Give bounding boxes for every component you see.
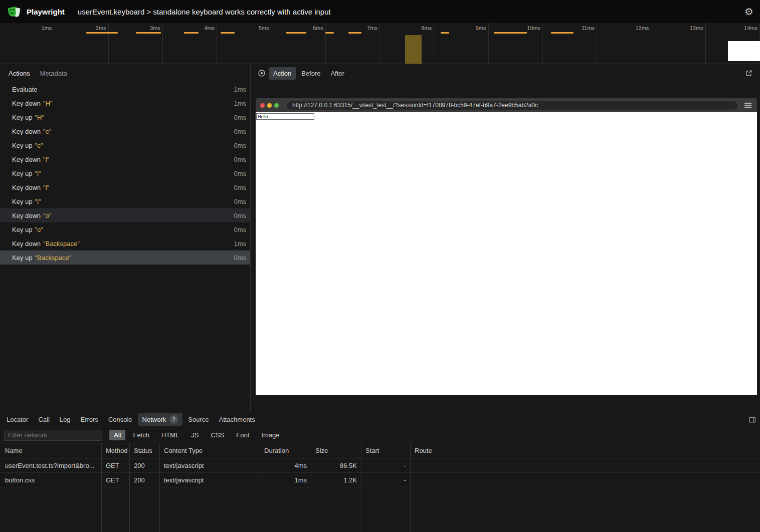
window-minimize-dot[interactable] xyxy=(267,103,272,108)
column-header-status[interactable]: Status xyxy=(129,443,159,458)
timeline-action-bar[interactable] xyxy=(136,32,161,34)
timeline-action-bar[interactable] xyxy=(286,32,306,34)
action-key-value: "l" xyxy=(35,198,41,205)
open-external-icon[interactable] xyxy=(743,67,755,79)
filter-font[interactable]: Font xyxy=(232,430,254,440)
action-key-value: "e" xyxy=(43,128,51,135)
tab-before[interactable]: Before xyxy=(297,67,325,80)
hamburger-menu-icon[interactable] xyxy=(744,105,751,106)
action-row[interactable]: Key up"Backspace" 0ms xyxy=(0,250,250,264)
action-duration: 0ms xyxy=(234,254,246,261)
timeline[interactable]: 1ms 2ms 3ms 4ms 5ms 6ms 7ms 8ms 9ms 10ms… xyxy=(0,23,760,64)
tab-network[interactable]: Network2 xyxy=(138,413,183,426)
network-row-method[interactable]: GET xyxy=(101,458,129,473)
network-row-content-type[interactable]: text/javascript xyxy=(159,458,260,473)
network-row-start[interactable]: - xyxy=(361,473,410,487)
action-row[interactable]: Key down"o" 0ms xyxy=(0,208,250,222)
column-header-content-type[interactable]: Content Type xyxy=(159,443,260,458)
action-duration: 1ms xyxy=(234,86,246,93)
timeline-cell: 13ms xyxy=(651,23,705,64)
action-title: Key up"o" xyxy=(12,226,234,233)
timeline-action-bar[interactable] xyxy=(348,32,361,34)
network-row-name[interactable]: userEvent.test.ts?import&bro... xyxy=(0,458,101,473)
action-title: Key down"e" xyxy=(12,128,234,135)
network-row-status[interactable]: 200 xyxy=(129,473,159,487)
settings-gear-icon[interactable]: ⚙ xyxy=(744,7,753,17)
action-row[interactable]: Key up"H" 0ms xyxy=(0,110,250,124)
timeline-selected-range[interactable] xyxy=(405,35,422,64)
network-row-start[interactable]: - xyxy=(361,458,410,473)
network-row-size[interactable]: 1.2K xyxy=(311,473,361,487)
timeline-cell: 12ms xyxy=(597,23,651,64)
network-row-route[interactable] xyxy=(410,473,760,487)
timeline-action-bar[interactable] xyxy=(86,32,118,34)
action-title: Key down"l" xyxy=(12,156,234,163)
action-row[interactable]: Key down"l" 0ms xyxy=(0,180,250,194)
filter-fetch[interactable]: Fetch xyxy=(128,430,154,440)
timeline-action-bar[interactable] xyxy=(441,32,449,34)
timeline-action-bar[interactable] xyxy=(221,32,235,34)
timeline-action-bar[interactable] xyxy=(551,32,574,34)
network-row-duration[interactable]: 4ms xyxy=(260,458,311,473)
network-row-name[interactable]: button.css xyxy=(0,473,101,487)
column-header-method[interactable]: Method xyxy=(101,443,129,458)
column-header-start[interactable]: Start xyxy=(361,443,410,458)
tab-source[interactable]: Source xyxy=(183,414,213,425)
action-row[interactable]: Key down"H" 1ms xyxy=(0,96,250,110)
toggle-panel-layout-icon[interactable] xyxy=(746,414,758,426)
timeline-action-bar[interactable] xyxy=(184,32,199,34)
browser-snapshot: http://127.0.0.1:63315/__vitest_test__/?… xyxy=(256,98,757,395)
action-row[interactable]: Key up"l" 0ms xyxy=(0,194,250,208)
action-row[interactable]: Key up"o" 0ms xyxy=(0,222,250,236)
network-row-status[interactable]: 200 xyxy=(129,458,159,473)
network-filter-input[interactable] xyxy=(4,430,102,441)
action-row[interactable]: Key down"l" 0ms xyxy=(0,152,250,166)
tab-call[interactable]: Call xyxy=(34,414,54,425)
network-row-route[interactable] xyxy=(410,458,760,473)
tab-log[interactable]: Log xyxy=(55,414,75,425)
timeline-tick-label: 1ms xyxy=(42,25,52,31)
network-row-method[interactable]: GET xyxy=(101,473,129,487)
filter-html[interactable]: HTML xyxy=(157,430,183,440)
tab-locator[interactable]: Locator xyxy=(2,414,33,425)
filter-all[interactable]: All xyxy=(109,430,125,440)
column-header-route[interactable]: Route xyxy=(410,443,760,458)
timeline-tick-label: 5ms xyxy=(259,25,269,31)
tab-errors[interactable]: Errors xyxy=(76,414,102,425)
network-row-content-type[interactable]: text/javascript xyxy=(159,473,260,487)
bottom-panel: Locator Call Log Errors Console Network2… xyxy=(0,412,760,532)
tab-metadata[interactable]: Metadata xyxy=(36,67,72,80)
table-filler xyxy=(311,487,361,532)
action-row[interactable]: Evaluate 1ms xyxy=(0,82,250,96)
action-row[interactable]: Key down"Backspace" 1ms xyxy=(0,236,250,250)
window-maximize-dot[interactable] xyxy=(274,103,279,108)
filter-js[interactable]: JS xyxy=(186,430,203,440)
filter-image[interactable]: Image xyxy=(257,430,284,440)
timeline-action-bar[interactable] xyxy=(325,32,334,34)
actions-panel-tabs: Actions Metadata xyxy=(0,64,250,82)
window-close-dot[interactable] xyxy=(260,103,265,108)
pick-locator-target-icon[interactable] xyxy=(256,67,268,79)
timeline-action-bar[interactable] xyxy=(494,32,527,34)
tab-actions[interactable]: Actions xyxy=(4,67,35,80)
network-row-size[interactable]: 86.5K xyxy=(311,458,361,473)
action-row[interactable]: Key down"e" 0ms xyxy=(0,124,250,138)
action-row[interactable]: Key up"l" 0ms xyxy=(0,166,250,180)
page-text-input[interactable] xyxy=(256,113,314,120)
action-key-value: "o" xyxy=(35,226,43,233)
tab-action[interactable]: Action xyxy=(269,67,296,80)
column-header-duration[interactable]: Duration xyxy=(260,443,311,458)
bottom-tabs: Locator Call Log Errors Console Network2… xyxy=(0,412,760,427)
action-row[interactable]: Key up"e" 0ms xyxy=(0,138,250,152)
filter-css[interactable]: CSS xyxy=(207,430,229,440)
column-header-size[interactable]: Size xyxy=(311,443,361,458)
table-filler xyxy=(159,487,260,532)
network-row-duration[interactable]: 1ms xyxy=(260,473,311,487)
tab-attachments[interactable]: Attachments xyxy=(214,414,259,425)
tab-console[interactable]: Console xyxy=(104,414,137,425)
column-header-name[interactable]: Name xyxy=(0,443,101,458)
url-bar[interactable]: http://127.0.0.1:63315/__vitest_test__/?… xyxy=(286,101,738,110)
timeline-film-strip-thumbnail[interactable] xyxy=(728,41,760,61)
tab-after[interactable]: After xyxy=(326,67,348,80)
timeline-tick-label: 6ms xyxy=(313,25,323,31)
